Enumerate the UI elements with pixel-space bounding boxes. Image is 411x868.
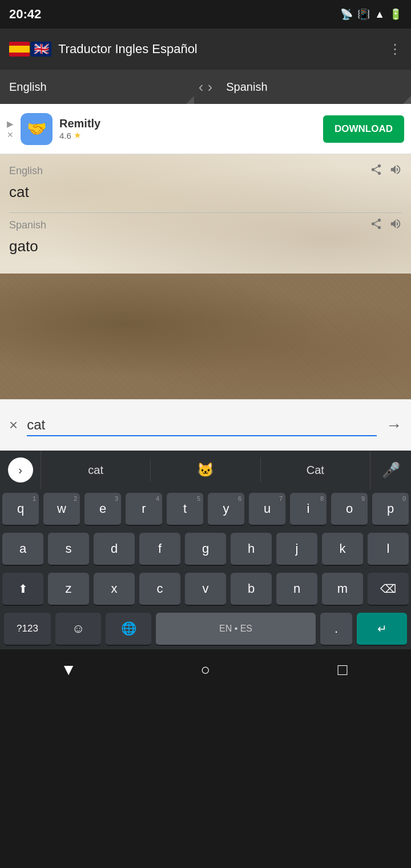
suggestion-2-emoji: 🐱 — [197, 462, 214, 477]
source-text: cat — [9, 181, 402, 208]
key-period[interactable]: . — [320, 613, 352, 646]
more-menu-icon[interactable]: ⋮ — [388, 41, 402, 57]
source-lang-row: English — [9, 163, 402, 179]
status-bar: 20:42 📡 📳 ▲ 🔋 — [0, 0, 411, 29]
texture-background — [0, 274, 411, 399]
key-x[interactable]: x — [94, 573, 135, 606]
battery-icon: 🔋 — [389, 8, 402, 21]
microphone-button[interactable]: 🎤 — [370, 451, 411, 489]
source-translation-section: English cat — [9, 163, 402, 208]
flag-spain — [9, 42, 30, 57]
back-button[interactable]: ▼ — [51, 653, 86, 687]
key-y[interactable]: 6y — [208, 493, 244, 526]
target-language-label: Spanish — [226, 81, 267, 94]
source-language-button[interactable]: English — [0, 70, 194, 104]
key-symbols[interactable]: ?123 — [4, 613, 51, 646]
source-share-icon[interactable] — [370, 163, 382, 179]
ad-arrow: ▶ ✕ — [7, 119, 14, 139]
key-a[interactable]: a — [2, 533, 43, 566]
home-button[interactable]: ○ — [188, 653, 223, 687]
ad-sponsored-icon: ▶ — [7, 119, 14, 129]
key-backspace[interactable]: ⌫ — [368, 573, 409, 606]
keyboard: 1q 2w 3e 4r 5t 6y 7u 8i 9o 0p a s d f g … — [0, 489, 411, 649]
suggestion-1[interactable]: cat — [41, 459, 151, 481]
key-s[interactable]: s — [48, 533, 89, 566]
autocomplete-expand: › — [0, 451, 41, 489]
key-f[interactable]: f — [139, 533, 180, 566]
key-j[interactable]: j — [276, 533, 317, 566]
target-lang-label: Spanish — [9, 219, 46, 231]
ad-rating-value: 4.6 — [59, 131, 71, 140]
key-e[interactable]: 3e — [84, 493, 121, 526]
key-q[interactable]: 1q — [2, 493, 39, 526]
source-action-icons — [370, 163, 402, 179]
suggestion-3[interactable]: Cat — [261, 459, 370, 481]
expand-suggestions-button[interactable]: › — [8, 457, 33, 483]
key-enter[interactable]: ↵ — [357, 613, 407, 646]
suggestion-3-text: Cat — [307, 464, 324, 476]
ad-star-icon: ★ — [74, 130, 81, 140]
app-title: Traductor Ingles Español — [58, 42, 381, 57]
key-d[interactable]: d — [94, 533, 135, 566]
suggestion-1-text: cat — [88, 464, 103, 476]
keyboard-row-1: 1q 2w 3e 4r 5t 6y 7u 8i 9o 0p — [0, 489, 411, 529]
key-l[interactable]: l — [368, 533, 409, 566]
microphone-icon: 🎤 — [382, 461, 400, 479]
key-p[interactable]: 0p — [372, 493, 409, 526]
ad-close-button[interactable]: ✕ — [7, 130, 14, 139]
key-shift[interactable]: ⬆ — [2, 573, 43, 606]
language-bar: English ‹ › Spanish — [0, 70, 411, 104]
send-button[interactable]: → — [386, 416, 402, 435]
key-space[interactable]: EN • ES — [156, 613, 316, 646]
ad-icon-symbol: 🤝 — [27, 119, 47, 138]
key-z[interactable]: z — [48, 573, 89, 606]
source-volume-icon[interactable] — [389, 163, 402, 179]
clear-input-button[interactable]: × — [9, 416, 18, 434]
keyboard-row-2: a s d f g h j k l — [0, 529, 411, 569]
app-header: 🇬🇧 Traductor Ingles Español ⋮ — [0, 29, 411, 70]
ad-app-name: Remitly — [59, 117, 316, 130]
translation-input[interactable] — [27, 415, 377, 436]
target-volume-icon[interactable] — [389, 218, 402, 233]
key-w[interactable]: 2w — [43, 493, 80, 526]
source-lang-label: English — [9, 165, 43, 177]
key-m[interactable]: m — [322, 573, 363, 606]
target-share-icon[interactable] — [370, 218, 382, 233]
wifi-icon: ▲ — [374, 9, 385, 21]
target-text: gato — [9, 235, 402, 262]
key-k[interactable]: k — [322, 533, 363, 566]
target-language-button[interactable]: Spanish — [217, 70, 411, 104]
status-icons: 📡 📳 ▲ 🔋 — [340, 8, 402, 21]
key-n[interactable]: n — [276, 573, 317, 606]
expand-icon: › — [18, 464, 22, 477]
key-globe[interactable]: 🌐 — [106, 613, 151, 646]
key-o[interactable]: 9o — [331, 493, 368, 526]
recent-apps-button[interactable]: □ — [325, 653, 360, 687]
key-emoji[interactable]: ☺ — [55, 613, 101, 646]
autocomplete-suggestions: cat 🐱 Cat — [41, 457, 370, 483]
input-area: × → — [0, 399, 411, 451]
keyboard-row-3: ⬆ z x c v b n m ⌫ — [0, 569, 411, 609]
key-h[interactable]: h — [231, 533, 272, 566]
key-v[interactable]: v — [185, 573, 226, 606]
key-u[interactable]: 7u — [249, 493, 285, 526]
target-lang-row: Spanish — [9, 218, 402, 233]
switch-icon: ‹ › — [199, 78, 213, 96]
target-translation-section: Spanish gato — [9, 218, 402, 262]
key-g[interactable]: g — [185, 533, 226, 566]
suggestion-2[interactable]: 🐱 — [151, 457, 260, 483]
key-r[interactable]: 4r — [126, 493, 162, 526]
ad-rating: 4.6 ★ — [59, 130, 316, 140]
navigation-bar: ▼ ○ □ — [0, 649, 411, 690]
language-switch-button[interactable]: ‹ › — [194, 78, 217, 96]
ad-app-icon: 🤝 — [21, 113, 53, 145]
key-i[interactable]: 8i — [290, 493, 327, 526]
status-time: 20:42 — [9, 7, 41, 22]
ad-banner: ▶ ✕ 🤝 Remitly 4.6 ★ DOWNLOAD — [0, 104, 411, 154]
keyboard-row-4: ?123 ☺ 🌐 EN • ES . ↵ — [0, 609, 411, 649]
key-c[interactable]: c — [139, 573, 180, 606]
key-b[interactable]: b — [231, 573, 272, 606]
ad-download-button[interactable]: DOWNLOAD — [323, 115, 404, 143]
key-t[interactable]: 5t — [167, 493, 203, 526]
autocomplete-bar: › cat 🐱 Cat 🎤 — [0, 451, 411, 489]
